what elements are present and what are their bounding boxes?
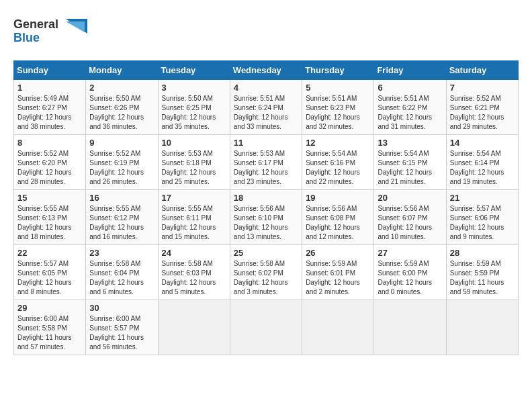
day-number: 29 <box>17 303 82 313</box>
day-number: 5 <box>306 83 370 93</box>
day-info: Sunrise: 5:58 AM Sunset: 6:04 PM Dayligh… <box>89 259 154 297</box>
day-number: 9 <box>89 138 154 148</box>
day-cell-13: 13 Sunrise: 5:54 AM Sunset: 6:15 PM Dayl… <box>374 135 446 190</box>
day-info: Sunrise: 5:52 AM Sunset: 6:20 PM Dayligh… <box>17 149 82 187</box>
day-number: 17 <box>162 193 226 203</box>
day-info: Sunrise: 5:53 AM Sunset: 6:17 PM Dayligh… <box>234 149 298 187</box>
day-info: Sunrise: 5:57 AM Sunset: 6:06 PM Dayligh… <box>450 204 515 242</box>
day-number: 1 <box>17 83 82 93</box>
day-number: 6 <box>378 83 442 93</box>
day-number: 7 <box>450 83 515 93</box>
day-cell-15: 15 Sunrise: 5:55 AM Sunset: 6:13 PM Dayl… <box>14 190 86 245</box>
day-info: Sunrise: 6:00 AM Sunset: 5:57 PM Dayligh… <box>89 314 154 352</box>
logo: General Blue <box>13 13 87 50</box>
day-cell-12: 12 Sunrise: 5:54 AM Sunset: 6:16 PM Dayl… <box>302 135 374 190</box>
day-number: 10 <box>162 138 226 148</box>
weekday-header-tuesday: Tuesday <box>158 61 230 80</box>
day-info: Sunrise: 5:58 AM Sunset: 6:02 PM Dayligh… <box>234 259 298 297</box>
day-number: 4 <box>234 83 298 93</box>
day-number: 8 <box>17 138 82 148</box>
day-number: 12 <box>306 138 370 148</box>
day-info: Sunrise: 5:56 AM Sunset: 6:10 PM Dayligh… <box>234 204 298 242</box>
day-number: 27 <box>378 248 442 258</box>
day-info: Sunrise: 5:56 AM Sunset: 6:08 PM Dayligh… <box>306 204 370 242</box>
weekday-header-thursday: Thursday <box>302 61 374 80</box>
day-cell-10: 10 Sunrise: 5:53 AM Sunset: 6:18 PM Dayl… <box>158 135 230 190</box>
weekday-header-wednesday: Wednesday <box>230 61 302 80</box>
day-info: Sunrise: 5:59 AM Sunset: 6:01 PM Dayligh… <box>306 259 370 297</box>
day-number: 14 <box>450 138 515 148</box>
day-info: Sunrise: 5:55 AM Sunset: 6:11 PM Dayligh… <box>162 204 226 242</box>
day-cell-9: 9 Sunrise: 5:52 AM Sunset: 6:19 PM Dayli… <box>86 135 158 190</box>
day-cell-5: 5 Sunrise: 5:51 AM Sunset: 6:23 PM Dayli… <box>302 80 374 135</box>
calendar-week-4: 22 Sunrise: 5:57 AM Sunset: 6:05 PM Dayl… <box>14 245 519 300</box>
weekday-header-friday: Friday <box>374 61 446 80</box>
day-info: Sunrise: 5:56 AM Sunset: 6:07 PM Dayligh… <box>378 204 442 242</box>
day-cell-6: 6 Sunrise: 5:51 AM Sunset: 6:22 PM Dayli… <box>374 80 446 135</box>
weekday-header-saturday: Saturday <box>446 61 518 80</box>
calendar-week-2: 8 Sunrise: 5:52 AM Sunset: 6:20 PM Dayli… <box>14 135 519 190</box>
day-cell-1: 1 Sunrise: 5:49 AM Sunset: 6:27 PM Dayli… <box>14 80 86 135</box>
day-cell-29: 29 Sunrise: 6:00 AM Sunset: 5:58 PM Dayl… <box>14 300 86 355</box>
day-cell-22: 22 Sunrise: 5:57 AM Sunset: 6:05 PM Dayl… <box>14 245 86 300</box>
weekday-header-monday: Monday <box>86 61 158 80</box>
svg-text:Blue: Blue <box>13 31 40 44</box>
day-number: 28 <box>450 248 515 258</box>
day-number: 15 <box>17 193 82 203</box>
day-info: Sunrise: 5:52 AM Sunset: 6:21 PM Dayligh… <box>450 94 515 132</box>
day-cell-25: 25 Sunrise: 5:58 AM Sunset: 6:02 PM Dayl… <box>230 245 302 300</box>
day-cell-21: 21 Sunrise: 5:57 AM Sunset: 6:06 PM Dayl… <box>446 190 518 245</box>
day-number: 20 <box>378 193 442 203</box>
day-cell-28: 28 Sunrise: 5:59 AM Sunset: 5:59 PM Dayl… <box>446 245 518 300</box>
day-info: Sunrise: 5:53 AM Sunset: 6:18 PM Dayligh… <box>162 149 226 187</box>
day-number: 2 <box>89 83 154 93</box>
day-cell-2: 2 Sunrise: 5:50 AM Sunset: 6:26 PM Dayli… <box>86 80 158 135</box>
day-info: Sunrise: 5:50 AM Sunset: 6:25 PM Dayligh… <box>162 94 226 132</box>
empty-cell <box>158 300 230 355</box>
day-cell-8: 8 Sunrise: 5:52 AM Sunset: 6:20 PM Dayli… <box>14 135 86 190</box>
svg-marker-3 <box>66 21 85 32</box>
day-info: Sunrise: 5:50 AM Sunset: 6:26 PM Dayligh… <box>89 94 154 132</box>
day-info: Sunrise: 5:57 AM Sunset: 6:05 PM Dayligh… <box>17 259 82 297</box>
day-cell-18: 18 Sunrise: 5:56 AM Sunset: 6:10 PM Dayl… <box>230 190 302 245</box>
empty-cell <box>374 300 446 355</box>
day-info: Sunrise: 5:55 AM Sunset: 6:12 PM Dayligh… <box>89 204 154 242</box>
day-number: 19 <box>306 193 370 203</box>
day-number: 25 <box>234 248 298 258</box>
day-info: Sunrise: 6:00 AM Sunset: 5:58 PM Dayligh… <box>17 314 82 352</box>
day-info: Sunrise: 5:51 AM Sunset: 6:22 PM Dayligh… <box>378 94 442 132</box>
empty-cell <box>230 300 302 355</box>
day-cell-24: 24 Sunrise: 5:58 AM Sunset: 6:03 PM Dayl… <box>158 245 230 300</box>
day-number: 22 <box>17 248 82 258</box>
day-cell-17: 17 Sunrise: 5:55 AM Sunset: 6:11 PM Dayl… <box>158 190 230 245</box>
day-number: 13 <box>378 138 442 148</box>
day-info: Sunrise: 5:55 AM Sunset: 6:13 PM Dayligh… <box>17 204 82 242</box>
page-header: General Blue <box>13 13 519 50</box>
day-info: Sunrise: 5:54 AM Sunset: 6:15 PM Dayligh… <box>378 149 442 187</box>
day-cell-3: 3 Sunrise: 5:50 AM Sunset: 6:25 PM Dayli… <box>158 80 230 135</box>
day-number: 24 <box>162 248 226 258</box>
day-info: Sunrise: 5:51 AM Sunset: 6:24 PM Dayligh… <box>234 94 298 132</box>
day-info: Sunrise: 5:51 AM Sunset: 6:23 PM Dayligh… <box>306 94 370 132</box>
day-cell-7: 7 Sunrise: 5:52 AM Sunset: 6:21 PM Dayli… <box>446 80 518 135</box>
day-number: 11 <box>234 138 298 148</box>
day-cell-26: 26 Sunrise: 5:59 AM Sunset: 6:01 PM Dayl… <box>302 245 374 300</box>
day-info: Sunrise: 5:59 AM Sunset: 5:59 PM Dayligh… <box>450 259 515 297</box>
svg-text:General: General <box>13 17 58 31</box>
day-info: Sunrise: 5:49 AM Sunset: 6:27 PM Dayligh… <box>17 94 82 132</box>
day-number: 26 <box>306 248 370 258</box>
calendar-table: SundayMondayTuesdayWednesdayThursdayFrid… <box>13 60 519 355</box>
day-cell-30: 30 Sunrise: 6:00 AM Sunset: 5:57 PM Dayl… <box>86 300 158 355</box>
day-number: 18 <box>234 193 298 203</box>
day-cell-4: 4 Sunrise: 5:51 AM Sunset: 6:24 PM Dayli… <box>230 80 302 135</box>
day-cell-11: 11 Sunrise: 5:53 AM Sunset: 6:17 PM Dayl… <box>230 135 302 190</box>
day-cell-19: 19 Sunrise: 5:56 AM Sunset: 6:08 PM Dayl… <box>302 190 374 245</box>
day-number: 21 <box>450 193 515 203</box>
day-cell-16: 16 Sunrise: 5:55 AM Sunset: 6:12 PM Dayl… <box>86 190 158 245</box>
day-cell-20: 20 Sunrise: 5:56 AM Sunset: 6:07 PM Dayl… <box>374 190 446 245</box>
day-number: 30 <box>89 303 154 313</box>
day-number: 23 <box>89 248 154 258</box>
day-cell-27: 27 Sunrise: 5:59 AM Sunset: 6:00 PM Dayl… <box>374 245 446 300</box>
logo-general-text: General Blue <box>13 13 87 50</box>
weekday-header-sunday: Sunday <box>14 61 86 80</box>
